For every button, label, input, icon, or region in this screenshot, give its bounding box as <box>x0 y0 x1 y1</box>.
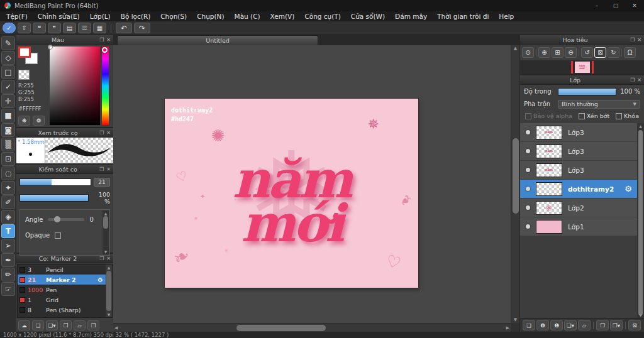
comment-button[interactable]: ❞ <box>48 23 61 33</box>
redo-button[interactable]: ↷ <box>134 23 150 33</box>
add-brush-button[interactable]: ❏ <box>32 320 44 330</box>
operation-tool[interactable]: ➢ <box>1 239 15 253</box>
panel-close-icon[interactable]: ✕ <box>637 77 641 83</box>
select-eraser-tool[interactable]: ◈ <box>1 210 15 224</box>
dot-pen-tool[interactable]: ✓ <box>1 80 15 94</box>
delete-layer-button[interactable]: ⊠ <box>628 320 641 330</box>
brush-size-value[interactable]: 21 <box>94 178 110 187</box>
script-brush-button[interactable]: ❒ <box>60 320 72 330</box>
scrollbar-thumb[interactable] <box>513 138 519 214</box>
rotate-left-button[interactable]: ↺ <box>581 47 593 58</box>
document-button[interactable]: ▤ <box>63 23 76 33</box>
layer-visible-icon[interactable] <box>526 205 530 210</box>
cloud-brush-button[interactable]: ☁ <box>18 320 30 330</box>
text-tool[interactable]: T <box>1 224 15 238</box>
menu-filter[interactable]: Bộ lọc(R) <box>116 13 156 20</box>
panel-popout-icon[interactable]: ❐ <box>99 256 104 261</box>
layer-row-selected[interactable]: dothitramy2 ⚙ <box>520 180 637 198</box>
reset-rotation-button[interactable]: ⊠ <box>594 47 606 58</box>
menu-timelapse[interactable]: Thời gian trôi đi <box>432 13 494 20</box>
layer-row[interactable]: ❀ Lớp2 <box>520 199 637 217</box>
transparent-color-swatch[interactable] <box>18 70 30 80</box>
select-pen-tool[interactable]: ✐ <box>1 195 15 209</box>
brush-settings-gear-icon[interactable]: ⚙ <box>97 276 103 283</box>
duplicate-brush-button[interactable]: ❐ <box>87 320 99 330</box>
scrollbar-thumb[interactable] <box>106 271 111 311</box>
document-canvas[interactable]: dothitramy2 #hd247 ❅ ♡ ♡ ✦ ★ ✺ ✵ ❧ ❧ ✶ n… <box>165 99 418 288</box>
duplicate-layer-button[interactable]: ❐ <box>596 320 609 330</box>
pixel-grid-button[interactable]: ▦ <box>93 23 106 33</box>
layer-row[interactable]: năm Lớp3 <box>520 123 637 141</box>
menu-help[interactable]: Help <box>494 13 519 20</box>
add-layer-button[interactable]: ❏ <box>523 320 535 330</box>
angle-slider-thumb[interactable] <box>54 216 60 222</box>
palette-add-button[interactable]: ❁ <box>33 116 45 126</box>
hue-slider[interactable] <box>102 46 109 125</box>
divide-tool[interactable]: ✏ <box>1 268 15 281</box>
sv-picker-marker[interactable] <box>48 45 53 50</box>
add-8bit-layer-button[interactable]: ❽ <box>536 320 549 330</box>
menu-tools[interactable]: Công cụ(T) <box>299 13 345 20</box>
layer-folder-button[interactable]: ▱ <box>578 320 591 330</box>
panel-popout-icon[interactable]: ❐ <box>99 130 104 136</box>
saturation-value-picker[interactable] <box>50 46 100 125</box>
layer-settings-gear-icon[interactable]: ⚙ <box>625 184 632 194</box>
clipping-checkbox[interactable]: Xén bớt <box>579 112 610 119</box>
menu-file[interactable]: Tệp(F) <box>1 13 33 20</box>
close-button[interactable]: ✕ <box>625 0 644 11</box>
cloud-sync-button[interactable]: ✓ <box>3 23 16 33</box>
rotate-right-button[interactable]: ↻ <box>608 47 619 58</box>
layer-visible-icon[interactable] <box>526 149 530 153</box>
scrollbar-thumb[interactable] <box>103 216 108 229</box>
panel-close-icon[interactable]: ✕ <box>106 37 111 43</box>
maximize-button[interactable]: ▢ <box>606 0 625 11</box>
document-tab[interactable]: Untitled <box>117 35 318 45</box>
navigator-preview[interactable]: năm mới <box>520 60 644 74</box>
scrollbar-thumb[interactable] <box>638 130 643 315</box>
scroll-up-icon[interactable]: ▲ <box>108 264 111 270</box>
menu-snap[interactable]: Chụp(N) <box>192 13 229 20</box>
brush-list-scrollbar[interactable]: ▲ ▼ <box>106 264 112 317</box>
angle-slider[interactable] <box>48 218 84 221</box>
minimize-button[interactable]: – <box>587 0 606 11</box>
panel-close-icon[interactable]: ✕ <box>637 37 641 43</box>
canvas-vertical-scrollbar[interactable]: ▲ ▼ <box>511 45 519 323</box>
layer-visible-icon[interactable] <box>526 224 530 229</box>
panel-popout-icon[interactable]: ❐ <box>99 37 104 43</box>
brush-options-scrollbar[interactable]: ▲ ▼ <box>103 210 109 254</box>
brush-row-pen[interactable]: 1000 Pen <box>18 285 112 295</box>
layer-row[interactable]: năm Lớp3 <box>520 142 637 160</box>
navigator-thumbnail[interactable]: năm mới <box>575 62 590 73</box>
scroll-down-icon[interactable]: ▼ <box>637 313 644 317</box>
menu-select[interactable]: Chọn(S) <box>155 13 192 20</box>
brush-opacity-slider[interactable] <box>19 194 89 202</box>
magic-wand-tool[interactable]: ✦ <box>1 181 15 195</box>
menu-view[interactable]: Xem(V) <box>265 13 300 20</box>
layer-row[interactable]: Lớp1 <box>520 217 637 236</box>
layer-row[interactable]: năm Lớp3 <box>520 161 637 179</box>
scroll-right-icon[interactable]: ▶ <box>506 324 509 332</box>
scroll-up-icon[interactable]: ▲ <box>511 46 519 51</box>
menu-layer[interactable]: Lớp(L) <box>85 13 116 20</box>
foreground-color-swatch[interactable] <box>18 46 31 58</box>
scroll-up-icon[interactable]: ▲ <box>637 124 644 128</box>
brush-size-slider[interactable] <box>19 178 91 186</box>
menu-color[interactable]: Màu (C) <box>230 13 265 20</box>
layer-visible-icon[interactable] <box>526 130 530 134</box>
layer-list-scrollbar[interactable]: ▲ ▼ <box>637 123 644 318</box>
select-move-tool[interactable]: ■ <box>1 109 15 123</box>
select-tool[interactable]: ⊡ <box>1 152 15 166</box>
panel-popout-icon[interactable]: ❐ <box>630 37 635 43</box>
scroll-left-icon[interactable]: ◀ <box>114 324 118 332</box>
merge-layer-button[interactable]: ❐▾ <box>610 320 623 330</box>
blend-mode-select[interactable]: Bình thường ▼ <box>558 100 640 109</box>
palette-button[interactable]: ❋ <box>18 116 30 126</box>
gradient-tool[interactable]: ▒ <box>1 138 15 151</box>
scrollbar-thumb[interactable] <box>236 325 326 331</box>
layer-visible-icon[interactable] <box>526 187 530 191</box>
scroll-down-icon[interactable]: ▼ <box>511 317 519 322</box>
menu-cloud[interactable]: Đám mây <box>390 13 432 20</box>
scroll-down-icon[interactable]: ▼ <box>104 249 108 254</box>
brush-row-marker2[interactable]: 21 Marker 2 ⚙ <box>18 275 112 285</box>
zoom-out-button[interactable]: ⊖ <box>565 47 577 58</box>
